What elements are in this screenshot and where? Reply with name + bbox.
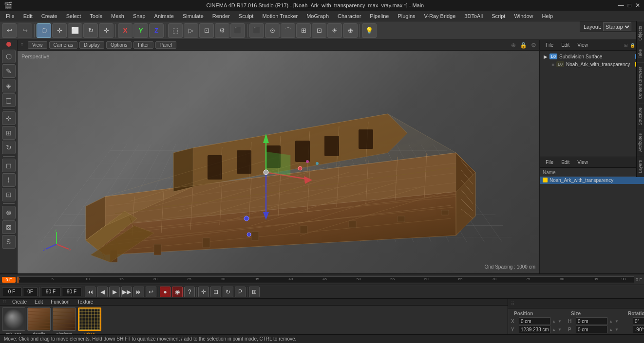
move-button[interactable]: ✛ xyxy=(52,23,67,38)
menu-create[interactable]: Create xyxy=(38,12,61,20)
transform-button[interactable]: ✛ xyxy=(99,23,114,38)
motion-clip-btn[interactable]: ⊡ xyxy=(210,287,221,297)
menu-sculpt[interactable]: Sculpt xyxy=(235,12,258,20)
tree-item-ark[interactable]: ■ L0 Noah_Ark_with_transparency xyxy=(542,60,642,68)
paint-tool-btn[interactable]: ⊛ xyxy=(2,206,16,219)
scale-tool-btn[interactable]: ⊞ xyxy=(2,126,16,140)
menu-motion-tracker[interactable]: Motion Tracker xyxy=(258,12,302,20)
tab-layers[interactable]: Layers xyxy=(637,156,644,177)
next-frame-btn[interactable]: ▶▶ xyxy=(121,287,132,297)
tab-objects[interactable]: Objects xyxy=(637,21,644,45)
size-x-input[interactable] xyxy=(576,317,607,325)
viewport[interactable]: ⠿ View Cameras Display Options Filter Pa… xyxy=(18,40,539,273)
menu-edit[interactable]: Edit xyxy=(19,12,37,20)
pose-morph-btn[interactable]: P xyxy=(235,287,246,297)
x-axis-button[interactable]: X xyxy=(118,23,133,38)
model-mode-button[interactable]: ⬡ xyxy=(37,23,51,38)
object-mode-btn[interactable]: ⬡ xyxy=(2,50,16,63)
close-button[interactable]: ✕ xyxy=(635,2,640,9)
tab-structure[interactable]: Structure xyxy=(637,103,644,129)
layout-dropdown[interactable]: Startup xyxy=(603,22,631,31)
timeline-track[interactable]: 0 5 10 15 20 25 30 35 40 45 50 55 60 65 … xyxy=(17,276,634,283)
knife-tool-btn[interactable]: ⌇ xyxy=(2,173,16,187)
current-frame-input[interactable] xyxy=(2,288,21,296)
pos-x-up[interactable]: ▲ xyxy=(551,319,556,324)
tab-content-browser[interactable]: Content Browser xyxy=(637,62,644,103)
menu-simulate[interactable]: Simulate xyxy=(179,12,208,20)
obj-edit-btn[interactable]: Edit xyxy=(558,42,572,48)
options-menu-btn[interactable]: Options xyxy=(106,41,132,49)
mat-create-btn[interactable]: Create xyxy=(10,299,29,305)
mat-texture-btn[interactable]: Texture xyxy=(76,299,95,305)
go-end-btn[interactable]: ⏭ xyxy=(133,287,144,297)
move-tool-btn[interactable]: ⊹ xyxy=(2,111,16,125)
viewport-canvas[interactable]: Perspective xyxy=(18,51,539,273)
menu-animate[interactable]: Animate xyxy=(151,12,178,20)
display-menu-btn[interactable]: Display xyxy=(79,41,104,49)
cameras-menu-btn[interactable]: Cameras xyxy=(49,41,78,49)
viewport-lock-btn[interactable]: 🔒 xyxy=(520,42,527,49)
menu-mesh[interactable]: Mesh xyxy=(107,12,128,20)
auto-key-btn[interactable]: ◉ xyxy=(172,287,183,297)
rotate-button[interactable]: ↻ xyxy=(83,23,98,38)
prev-frame-btn[interactable]: ◀ xyxy=(97,287,108,297)
menu-character[interactable]: Character xyxy=(334,12,365,20)
pos-x-input[interactable] xyxy=(519,317,550,325)
menu-help[interactable]: Help xyxy=(538,12,557,20)
tab-attributes[interactable]: Attributes xyxy=(637,129,644,156)
mat-edit-btn[interactable]: Edit xyxy=(33,299,45,305)
pos-y-input[interactable] xyxy=(519,325,550,333)
obj-view-btn[interactable]: View xyxy=(574,42,591,48)
menu-select[interactable]: Select xyxy=(62,12,85,20)
menu-script[interactable]: Script xyxy=(488,12,509,20)
selection-tool-btn[interactable]: ◻ xyxy=(2,159,16,172)
go-start-btn[interactable]: ⏮ xyxy=(85,287,95,297)
redo-button[interactable]: ↪ xyxy=(18,23,32,38)
fps-input[interactable] xyxy=(23,288,38,296)
motion-layer-btn[interactable]: ↻ xyxy=(223,287,233,297)
obj-file-btn[interactable]: File xyxy=(543,42,556,48)
texture-mode-btn[interactable]: ◈ xyxy=(2,79,16,92)
render-pic-button[interactable]: ⊡ xyxy=(199,23,214,38)
attr-edit-btn[interactable]: Edit xyxy=(558,159,572,165)
maximize-button[interactable]: □ xyxy=(628,2,631,9)
pos-y-down[interactable]: ▼ xyxy=(557,327,562,332)
y-axis-button[interactable]: Y xyxy=(133,23,148,38)
render-view-button[interactable]: ▷ xyxy=(184,23,198,38)
pos-y-up[interactable]: ▲ xyxy=(551,327,556,332)
key-frame-btn[interactable]: ✛ xyxy=(198,287,209,297)
workplane-btn[interactable]: ▢ xyxy=(2,93,16,107)
menu-3dtoall[interactable]: 3DToAll xyxy=(460,12,487,20)
size-y-input[interactable] xyxy=(576,325,607,333)
scene-button[interactable]: ⊕ xyxy=(343,23,358,38)
material-wires[interactable]: wires xyxy=(78,307,101,337)
menu-vray[interactable]: V-Ray Bridge xyxy=(420,12,460,20)
menu-pipeline[interactable]: Pipeline xyxy=(366,12,393,20)
menu-mograph[interactable]: MoGraph xyxy=(303,12,333,20)
size-y-down[interactable]: ▼ xyxy=(614,327,619,332)
menu-plugins[interactable]: Plugins xyxy=(394,12,419,20)
attr-view-btn[interactable]: View xyxy=(574,159,591,165)
minimize-button[interactable]: — xyxy=(618,2,624,9)
render-queue-button[interactable]: ⬛ xyxy=(230,23,245,38)
scale-button[interactable]: ⬜ xyxy=(68,23,82,38)
timeline-layout-btn[interactable]: ⊞ xyxy=(249,287,260,297)
render-region-button[interactable]: ⬚ xyxy=(168,23,183,38)
record-btn[interactable]: ● xyxy=(160,287,170,297)
menu-tools[interactable]: Tools xyxy=(86,12,106,20)
camera-button[interactable]: ⊡ xyxy=(312,23,326,38)
material-ark-opa[interactable]: ark_opa xyxy=(2,307,25,337)
panel-menu-btn[interactable]: Panel xyxy=(155,41,177,49)
filter-menu-btn[interactable]: Filter xyxy=(133,41,153,49)
render-settings-button[interactable]: ⚙ xyxy=(215,23,229,38)
play-btn[interactable]: ▶ xyxy=(109,287,120,297)
z-axis-button[interactable]: Z xyxy=(149,23,164,38)
display-button[interactable]: 💡 xyxy=(362,23,377,38)
mat-function-btn[interactable]: Function xyxy=(49,299,71,305)
loop-btn[interactable]: ↩ xyxy=(146,287,156,297)
undo-button[interactable]: ↩ xyxy=(2,23,17,38)
viewport-expand-btn[interactable]: ⊕ xyxy=(511,42,516,49)
view-menu-btn[interactable]: View xyxy=(28,41,47,49)
key-help-btn[interactable]: ? xyxy=(184,287,195,297)
menu-snap[interactable]: Snap xyxy=(129,12,150,20)
